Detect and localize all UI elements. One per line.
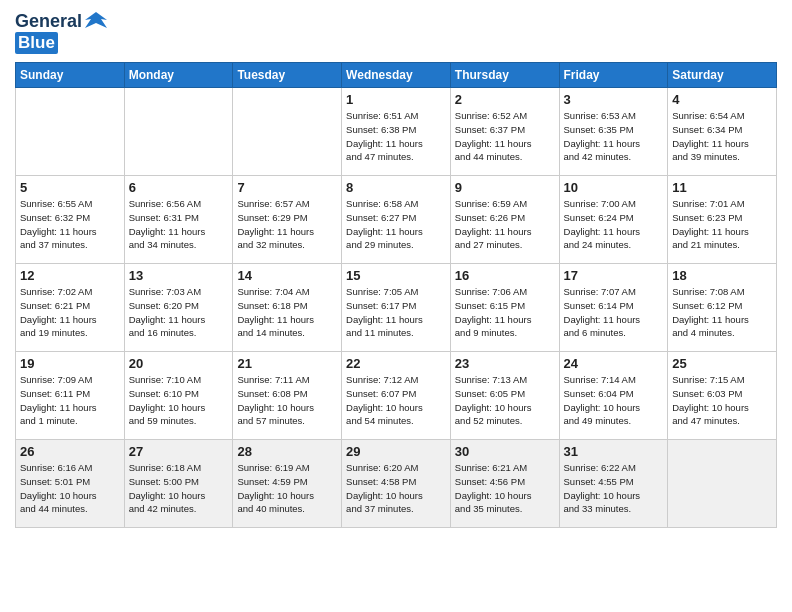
day-number: 11 bbox=[672, 180, 772, 195]
calendar-cell: 12Sunrise: 7:02 AM Sunset: 6:21 PM Dayli… bbox=[16, 264, 125, 352]
day-number: 6 bbox=[129, 180, 229, 195]
day-detail: Sunrise: 7:09 AM Sunset: 6:11 PM Dayligh… bbox=[20, 373, 120, 428]
calendar-header-row: SundayMondayTuesdayWednesdayThursdayFrid… bbox=[16, 63, 777, 88]
day-number: 1 bbox=[346, 92, 446, 107]
calendar-cell bbox=[668, 440, 777, 528]
calendar-cell: 3Sunrise: 6:53 AM Sunset: 6:35 PM Daylig… bbox=[559, 88, 668, 176]
calendar-cell: 28Sunrise: 6:19 AM Sunset: 4:59 PM Dayli… bbox=[233, 440, 342, 528]
day-number: 28 bbox=[237, 444, 337, 459]
day-detail: Sunrise: 7:05 AM Sunset: 6:17 PM Dayligh… bbox=[346, 285, 446, 340]
calendar-cell: 29Sunrise: 6:20 AM Sunset: 4:58 PM Dayli… bbox=[342, 440, 451, 528]
day-detail: Sunrise: 7:14 AM Sunset: 6:04 PM Dayligh… bbox=[564, 373, 664, 428]
calendar-cell: 21Sunrise: 7:11 AM Sunset: 6:08 PM Dayli… bbox=[233, 352, 342, 440]
day-detail: Sunrise: 7:07 AM Sunset: 6:14 PM Dayligh… bbox=[564, 285, 664, 340]
weekday-header: Friday bbox=[559, 63, 668, 88]
logo-bird-icon bbox=[85, 10, 107, 32]
day-detail: Sunrise: 7:01 AM Sunset: 6:23 PM Dayligh… bbox=[672, 197, 772, 252]
day-detail: Sunrise: 7:04 AM Sunset: 6:18 PM Dayligh… bbox=[237, 285, 337, 340]
calendar-cell: 13Sunrise: 7:03 AM Sunset: 6:20 PM Dayli… bbox=[124, 264, 233, 352]
calendar-cell: 4Sunrise: 6:54 AM Sunset: 6:34 PM Daylig… bbox=[668, 88, 777, 176]
day-detail: Sunrise: 7:03 AM Sunset: 6:20 PM Dayligh… bbox=[129, 285, 229, 340]
calendar-cell: 7Sunrise: 6:57 AM Sunset: 6:29 PM Daylig… bbox=[233, 176, 342, 264]
day-detail: Sunrise: 6:16 AM Sunset: 5:01 PM Dayligh… bbox=[20, 461, 120, 516]
day-number: 29 bbox=[346, 444, 446, 459]
day-number: 2 bbox=[455, 92, 555, 107]
weekday-header: Tuesday bbox=[233, 63, 342, 88]
calendar-cell bbox=[124, 88, 233, 176]
calendar-cell bbox=[16, 88, 125, 176]
calendar-cell: 24Sunrise: 7:14 AM Sunset: 6:04 PM Dayli… bbox=[559, 352, 668, 440]
page: General Blue SundayMondayTuesdayWednesda… bbox=[0, 0, 792, 543]
day-detail: Sunrise: 6:59 AM Sunset: 6:26 PM Dayligh… bbox=[455, 197, 555, 252]
calendar-cell: 9Sunrise: 6:59 AM Sunset: 6:26 PM Daylig… bbox=[450, 176, 559, 264]
calendar-week-row: 19Sunrise: 7:09 AM Sunset: 6:11 PM Dayli… bbox=[16, 352, 777, 440]
day-detail: Sunrise: 6:57 AM Sunset: 6:29 PM Dayligh… bbox=[237, 197, 337, 252]
day-number: 14 bbox=[237, 268, 337, 283]
calendar-cell: 19Sunrise: 7:09 AM Sunset: 6:11 PM Dayli… bbox=[16, 352, 125, 440]
day-detail: Sunrise: 7:12 AM Sunset: 6:07 PM Dayligh… bbox=[346, 373, 446, 428]
calendar-cell: 17Sunrise: 7:07 AM Sunset: 6:14 PM Dayli… bbox=[559, 264, 668, 352]
day-number: 19 bbox=[20, 356, 120, 371]
header: General Blue bbox=[15, 10, 777, 54]
day-number: 8 bbox=[346, 180, 446, 195]
calendar-cell: 6Sunrise: 6:56 AM Sunset: 6:31 PM Daylig… bbox=[124, 176, 233, 264]
calendar-cell: 27Sunrise: 6:18 AM Sunset: 5:00 PM Dayli… bbox=[124, 440, 233, 528]
day-detail: Sunrise: 6:21 AM Sunset: 4:56 PM Dayligh… bbox=[455, 461, 555, 516]
day-number: 24 bbox=[564, 356, 664, 371]
svg-marker-0 bbox=[85, 12, 107, 28]
calendar-week-row: 5Sunrise: 6:55 AM Sunset: 6:32 PM Daylig… bbox=[16, 176, 777, 264]
weekday-header: Thursday bbox=[450, 63, 559, 88]
day-number: 30 bbox=[455, 444, 555, 459]
calendar-cell: 2Sunrise: 6:52 AM Sunset: 6:37 PM Daylig… bbox=[450, 88, 559, 176]
calendar-week-row: 26Sunrise: 6:16 AM Sunset: 5:01 PM Dayli… bbox=[16, 440, 777, 528]
day-number: 21 bbox=[237, 356, 337, 371]
day-detail: Sunrise: 6:55 AM Sunset: 6:32 PM Dayligh… bbox=[20, 197, 120, 252]
day-detail: Sunrise: 6:22 AM Sunset: 4:55 PM Dayligh… bbox=[564, 461, 664, 516]
calendar-cell: 30Sunrise: 6:21 AM Sunset: 4:56 PM Dayli… bbox=[450, 440, 559, 528]
day-number: 3 bbox=[564, 92, 664, 107]
day-detail: Sunrise: 6:56 AM Sunset: 6:31 PM Dayligh… bbox=[129, 197, 229, 252]
day-detail: Sunrise: 7:06 AM Sunset: 6:15 PM Dayligh… bbox=[455, 285, 555, 340]
calendar-cell: 31Sunrise: 6:22 AM Sunset: 4:55 PM Dayli… bbox=[559, 440, 668, 528]
day-detail: Sunrise: 7:00 AM Sunset: 6:24 PM Dayligh… bbox=[564, 197, 664, 252]
weekday-header: Saturday bbox=[668, 63, 777, 88]
day-number: 17 bbox=[564, 268, 664, 283]
calendar-cell: 8Sunrise: 6:58 AM Sunset: 6:27 PM Daylig… bbox=[342, 176, 451, 264]
day-number: 22 bbox=[346, 356, 446, 371]
calendar-cell: 11Sunrise: 7:01 AM Sunset: 6:23 PM Dayli… bbox=[668, 176, 777, 264]
calendar-cell: 23Sunrise: 7:13 AM Sunset: 6:05 PM Dayli… bbox=[450, 352, 559, 440]
day-number: 15 bbox=[346, 268, 446, 283]
calendar-cell: 18Sunrise: 7:08 AM Sunset: 6:12 PM Dayli… bbox=[668, 264, 777, 352]
day-detail: Sunrise: 7:13 AM Sunset: 6:05 PM Dayligh… bbox=[455, 373, 555, 428]
calendar-week-row: 1Sunrise: 6:51 AM Sunset: 6:38 PM Daylig… bbox=[16, 88, 777, 176]
calendar-cell: 10Sunrise: 7:00 AM Sunset: 6:24 PM Dayli… bbox=[559, 176, 668, 264]
day-number: 20 bbox=[129, 356, 229, 371]
day-number: 18 bbox=[672, 268, 772, 283]
day-number: 16 bbox=[455, 268, 555, 283]
calendar-cell: 14Sunrise: 7:04 AM Sunset: 6:18 PM Dayli… bbox=[233, 264, 342, 352]
day-number: 9 bbox=[455, 180, 555, 195]
weekday-header: Wednesday bbox=[342, 63, 451, 88]
day-number: 7 bbox=[237, 180, 337, 195]
calendar-cell bbox=[233, 88, 342, 176]
day-number: 5 bbox=[20, 180, 120, 195]
day-detail: Sunrise: 7:02 AM Sunset: 6:21 PM Dayligh… bbox=[20, 285, 120, 340]
day-detail: Sunrise: 7:15 AM Sunset: 6:03 PM Dayligh… bbox=[672, 373, 772, 428]
day-detail: Sunrise: 6:19 AM Sunset: 4:59 PM Dayligh… bbox=[237, 461, 337, 516]
day-detail: Sunrise: 6:58 AM Sunset: 6:27 PM Dayligh… bbox=[346, 197, 446, 252]
logo: General Blue bbox=[15, 10, 107, 54]
day-detail: Sunrise: 7:10 AM Sunset: 6:10 PM Dayligh… bbox=[129, 373, 229, 428]
calendar-cell: 16Sunrise: 7:06 AM Sunset: 6:15 PM Dayli… bbox=[450, 264, 559, 352]
calendar-cell: 20Sunrise: 7:10 AM Sunset: 6:10 PM Dayli… bbox=[124, 352, 233, 440]
day-number: 27 bbox=[129, 444, 229, 459]
calendar-cell: 5Sunrise: 6:55 AM Sunset: 6:32 PM Daylig… bbox=[16, 176, 125, 264]
day-detail: Sunrise: 6:54 AM Sunset: 6:34 PM Dayligh… bbox=[672, 109, 772, 164]
weekday-header: Sunday bbox=[16, 63, 125, 88]
day-detail: Sunrise: 6:52 AM Sunset: 6:37 PM Dayligh… bbox=[455, 109, 555, 164]
calendar-cell: 1Sunrise: 6:51 AM Sunset: 6:38 PM Daylig… bbox=[342, 88, 451, 176]
day-detail: Sunrise: 6:51 AM Sunset: 6:38 PM Dayligh… bbox=[346, 109, 446, 164]
day-number: 4 bbox=[672, 92, 772, 107]
day-number: 23 bbox=[455, 356, 555, 371]
calendar-cell: 26Sunrise: 6:16 AM Sunset: 5:01 PM Dayli… bbox=[16, 440, 125, 528]
calendar: SundayMondayTuesdayWednesdayThursdayFrid… bbox=[15, 62, 777, 528]
